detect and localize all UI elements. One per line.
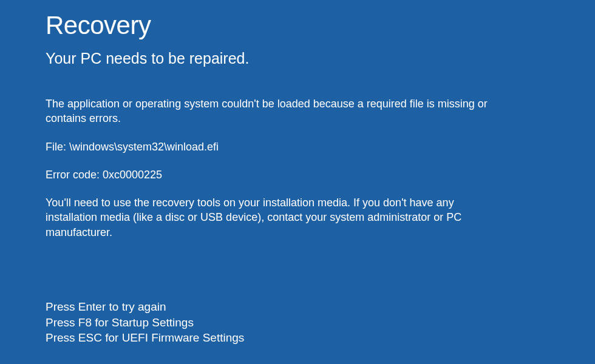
page-title: Recovery <box>46 11 549 40</box>
error-file: File: \windows\system32\winload.efi <box>46 140 507 154</box>
error-instructions: You'll need to use the recovery tools on… <box>46 195 507 240</box>
error-code: Error code: 0xc0000225 <box>46 167 507 182</box>
prompt-enter[interactable]: Press Enter to try again <box>46 299 549 315</box>
error-details: The application or operating system coul… <box>46 96 507 240</box>
prompt-esc[interactable]: Press ESC for UEFI Firmware Settings <box>46 330 549 346</box>
prompt-f8[interactable]: Press F8 for Startup Settings <box>46 315 549 331</box>
key-prompts: Press Enter to try again Press F8 for St… <box>46 299 549 346</box>
error-reason: The application or operating system coul… <box>46 96 507 126</box>
page-subtitle: Your PC needs to be repaired. <box>46 50 549 67</box>
